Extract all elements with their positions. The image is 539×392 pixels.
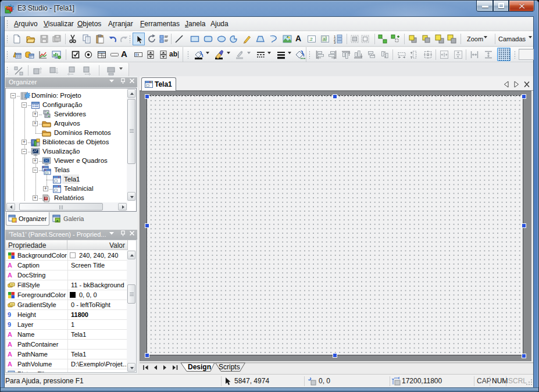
svg-text:al: al <box>323 36 327 42</box>
svg-text:.2: .2 <box>309 37 313 42</box>
svg-text:3: 3 <box>334 41 336 44</box>
